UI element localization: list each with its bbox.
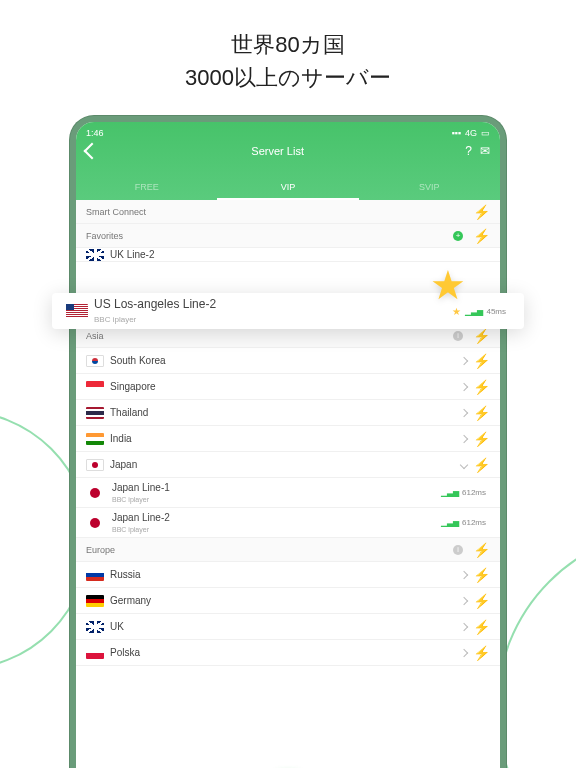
flag-icon (86, 459, 104, 471)
server-name: Singapore (110, 381, 461, 392)
list-item[interactable]: India⚡ (76, 426, 500, 452)
signal-icon: ▁▃▅ (441, 488, 459, 497)
list-item[interactable]: Singapore⚡ (76, 374, 500, 400)
list-item[interactable]: UK Line-2 (76, 248, 500, 262)
flag-icon (90, 488, 100, 498)
section-smart-connect[interactable]: Smart Connect ⚡ (76, 200, 500, 224)
flag-icon (90, 518, 100, 528)
list-item[interactable]: UK⚡ (76, 614, 500, 640)
chevron-icon (460, 356, 468, 364)
signal-icon: ▁▃▅ (441, 518, 459, 527)
server-name: UK (110, 621, 461, 632)
list-item[interactable]: Polska⚡ (76, 640, 500, 666)
bolt-icon: ⚡ (473, 567, 490, 583)
app-header: 1:46 ▪▪▪ 4G ▭ Server List ? ✉ FREE VIP S… (76, 122, 500, 200)
bolt-icon: ⚡ (473, 405, 490, 421)
flag-icon (86, 381, 104, 393)
chevron-icon (460, 460, 468, 468)
page-heading: 世界80カ国 3000以上のサーバー (0, 28, 576, 94)
info-icon[interactable]: i (453, 331, 463, 341)
status-right: ▪▪▪ 4G ▭ (451, 128, 490, 138)
server-name: US Los-angeles Line-2 BBC iplayer (94, 297, 452, 325)
help-icon[interactable]: ? (465, 144, 472, 158)
section-label: Europe (86, 545, 453, 555)
page-title: Server List (98, 145, 457, 157)
flag-icon (86, 433, 104, 445)
ping-value: 612ms (462, 488, 486, 497)
featured-star-icon: ★ (430, 265, 470, 305)
server-name: Japan (110, 459, 461, 470)
list-item[interactable]: Russia⚡ (76, 562, 500, 588)
bolt-icon: ⚡ (473, 228, 490, 244)
flag-icon (86, 569, 104, 581)
server-name: Japan Line-2BBC iplayer (112, 512, 441, 534)
section-label: Smart Connect (86, 207, 467, 217)
flag-icon (66, 304, 88, 318)
chevron-icon (460, 648, 468, 656)
flag-icon (86, 595, 104, 607)
list-item[interactable]: Thailand⚡ (76, 400, 500, 426)
section-label: Asia (86, 331, 453, 341)
server-name: UK Line-2 (110, 249, 490, 260)
chevron-icon (460, 596, 468, 604)
bolt-icon: ⚡ (473, 619, 490, 635)
bolt-icon: ⚡ (473, 204, 490, 220)
server-sub: BBC iplayer (94, 315, 136, 324)
chevron-icon (460, 382, 468, 390)
chat-icon[interactable]: ✉ (480, 144, 490, 158)
tab-vip[interactable]: VIP (217, 176, 358, 200)
chevron-icon (460, 622, 468, 630)
server-sub: BBC iplayer (112, 496, 149, 503)
tablet-frame: 1:46 ▪▪▪ 4G ▭ Server List ? ✉ FREE VIP S… (70, 116, 506, 768)
list-item[interactable]: Germany⚡ (76, 588, 500, 614)
signal-icon: ▁▃▅ (465, 307, 483, 316)
ping-value: 612ms (462, 518, 486, 527)
server-name: Germany (110, 595, 461, 606)
flag-icon (86, 647, 104, 659)
list-item[interactable]: Japan Line-1BBC iplayer▁▃▅612ms (76, 478, 500, 508)
chevron-icon (460, 570, 468, 578)
bolt-icon: ⚡ (473, 542, 490, 558)
tab-svip[interactable]: SVIP (359, 176, 500, 200)
chevron-icon (460, 434, 468, 442)
list-item[interactable]: South Korea⚡ (76, 348, 500, 374)
bolt-icon: ⚡ (473, 353, 490, 369)
section-label: Favorites (86, 231, 453, 241)
network-label: 4G (465, 128, 477, 138)
server-name: South Korea (110, 355, 461, 366)
chevron-icon (460, 408, 468, 416)
signal-icon: ▪▪▪ (451, 128, 461, 138)
list-item[interactable]: Japan Line-2BBC iplayer▁▃▅612ms (76, 508, 500, 538)
bolt-icon: ⚡ (473, 457, 490, 473)
server-sub: BBC iplayer (112, 526, 149, 533)
bolt-icon: ⚡ (473, 593, 490, 609)
flag-icon (86, 407, 104, 419)
section-europe[interactable]: Europe i ⚡ (76, 538, 500, 562)
list-item[interactable]: Japan⚡ (76, 452, 500, 478)
star-icon: ★ (452, 306, 461, 317)
flag-icon (86, 249, 104, 261)
info-icon[interactable]: i (453, 545, 463, 555)
bolt-icon: ⚡ (473, 328, 490, 344)
server-name: Polska (110, 647, 461, 658)
nav-bar: Server List ? ✉ (76, 144, 500, 158)
tier-tabs: FREE VIP SVIP (76, 176, 500, 200)
server-name: India (110, 433, 461, 444)
flag-icon (86, 621, 104, 633)
bolt-icon: ⚡ (473, 431, 490, 447)
add-icon[interactable]: + (453, 231, 463, 241)
server-name: Thailand (110, 407, 461, 418)
bg-decoration (496, 528, 576, 768)
ping-value: 45ms (486, 307, 506, 316)
tab-free[interactable]: FREE (76, 176, 217, 200)
flag-icon (86, 355, 104, 367)
bolt-icon: ⚡ (473, 379, 490, 395)
status-bar: 1:46 ▪▪▪ 4G ▭ (76, 128, 500, 138)
server-name: Japan Line-1BBC iplayer (112, 482, 441, 504)
bolt-icon: ⚡ (473, 645, 490, 661)
section-favorites[interactable]: Favorites + ⚡ (76, 224, 500, 248)
heading-line2: 3000以上のサーバー (0, 61, 576, 94)
server-name: Russia (110, 569, 461, 580)
screen: 1:46 ▪▪▪ 4G ▭ Server List ? ✉ FREE VIP S… (76, 122, 500, 768)
status-time: 1:46 (86, 128, 104, 138)
